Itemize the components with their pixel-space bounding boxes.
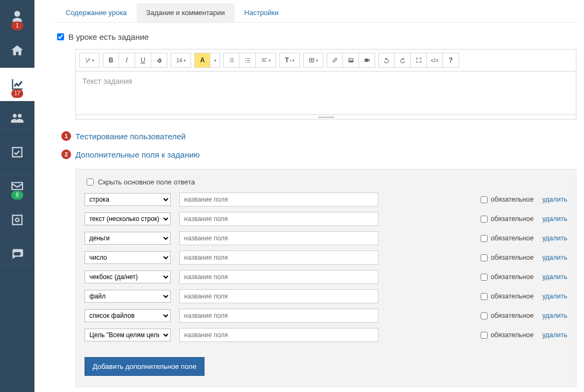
toolbar-code[interactable]: </> [427,53,443,68]
redo-icon [399,57,406,63]
has-task-checkbox[interactable] [57,33,64,40]
toolbar-italic[interactable]: I [119,53,135,68]
field-name-input[interactable] [179,193,378,206]
field-delete-link[interactable]: удалить [542,254,567,261]
toolbar-underline[interactable]: U [135,53,151,68]
field-name-input[interactable] [179,309,378,323]
toolbar-table[interactable]: ▾ [303,53,323,68]
sidebar-item-settings[interactable] [0,203,34,237]
field-row: строка обязательноеудалить [85,193,567,206]
hide-main-row[interactable]: Скрыть основное поле ответа [87,178,567,186]
field-row: деньги обязательноеудалить [85,231,567,245]
field-type-select[interactable]: файл [85,290,171,303]
field-required[interactable]: обязательное [481,254,534,261]
toolbar-highlight-dd[interactable]: ▾ [210,53,220,68]
has-task-row[interactable]: В уроке есть задание [57,32,576,41]
table-icon [308,57,315,63]
toolbar-fontsize[interactable]: 14▾ [171,53,191,68]
video-icon [364,57,370,63]
sidebar-item-chat[interactable] [0,237,34,271]
field-type-select[interactable]: строка [85,193,171,206]
field-row: список файлов обязательноеудалить [85,309,567,323]
sidebar-item-check[interactable] [0,136,34,169]
sidebar-item-home[interactable] [0,34,34,68]
field-delete-link[interactable]: удалить [542,293,567,300]
toolbar-magic[interactable]: ▾ [79,53,100,68]
field-delete-link[interactable]: удалить [542,331,567,339]
editor-toolbar: ▾ B I U 14▾ A ▾ ▾ [75,49,576,71]
hide-main-checkbox[interactable] [87,179,94,186]
field-row: Цель "Всем целям цель" обязательноеудали… [85,328,567,342]
step-link-testing[interactable]: Тестирование пользователей [75,132,186,141]
field-name-input[interactable] [179,289,378,303]
field-row: файл обязательноеудалить [85,289,567,303]
extra-fields-panel: Скрыть основное поле ответа строка обяза… [75,169,576,387]
field-required-checkbox[interactable] [481,196,488,203]
toolbar-ul[interactable] [223,53,240,68]
field-type-select[interactable]: текст (несколько строк) [85,212,171,225]
field-required-checkbox[interactable] [481,274,488,281]
field-name-input[interactable] [179,231,378,245]
field-required-checkbox[interactable] [481,254,488,261]
field-row: чекбокс (да/нет) обязательноеудалить [85,270,567,284]
sidebar-item-users[interactable] [0,102,34,136]
step-link-extra-fields[interactable]: Дополнительные поля к заданию [75,150,200,159]
toolbar-undo[interactable] [378,53,395,68]
field-delete-link[interactable]: удалить [542,234,567,242]
field-required-checkbox[interactable] [481,216,488,223]
toolbar-textstyle[interactable]: TI▾ [279,53,300,68]
add-field-button[interactable]: Добавить дополнительное поле [85,357,205,376]
field-name-input[interactable] [179,270,378,284]
tab-content[interactable]: Содержание урока [56,3,137,22]
align-icon [261,57,268,63]
has-task-label: В уроке есть задание [68,32,149,41]
field-name-input[interactable] [179,251,378,265]
toolbar-highlight[interactable]: A [194,53,210,68]
toolbar-redo[interactable] [395,53,411,68]
toolbar-expand[interactable] [411,53,427,68]
toolbar-link[interactable] [327,53,343,68]
task-text-editor[interactable]: Текст задания [75,71,576,115]
sidebar-item-user[interactable]: 1 [0,0,34,34]
sidebar-item-chart[interactable]: 17 [0,68,34,102]
toolbar-video[interactable] [359,53,375,68]
field-delete-link[interactable]: удалить [542,312,567,319]
field-required-checkbox[interactable] [481,332,488,339]
field-required[interactable]: обязательное [481,215,534,223]
field-name-input[interactable] [179,212,378,226]
field-required[interactable]: обязательное [481,234,534,242]
toolbar-help[interactable]: ? [443,53,459,68]
users-icon [10,111,25,126]
field-required-checkbox[interactable] [481,235,488,242]
field-required-checkbox[interactable] [481,293,488,300]
field-row: текст (несколько строк) обязательноеудал… [85,212,567,226]
field-type-select[interactable]: список файлов [85,309,171,322]
field-required[interactable]: обязательное [481,293,534,300]
field-type-select[interactable]: Цель "Всем целям цель" [85,329,171,341]
list-ul-icon [228,57,235,63]
field-type-select[interactable]: деньги [85,232,171,245]
field-required[interactable]: обязательное [481,196,534,203]
field-required[interactable]: обязательное [481,331,534,339]
field-required-checkbox[interactable] [481,312,488,319]
field-delete-link[interactable]: удалить [542,215,567,223]
tab-task-comments[interactable]: Задание и комментарии [137,3,235,22]
tab-settings[interactable]: Настройки [235,3,289,22]
field-delete-link[interactable]: удалить [542,273,567,281]
toolbar-align[interactable]: ▾ [256,53,276,68]
toolbar-bold[interactable]: B [103,53,119,68]
field-required[interactable]: обязательное [481,312,534,319]
check-icon [10,145,24,159]
expand-icon [416,57,422,63]
toolbar-image[interactable] [343,53,359,68]
field-type-select[interactable]: чекбокс (да/нет) [85,270,171,283]
editor-resize-handle[interactable] [75,115,576,119]
gear-box-icon [10,213,24,227]
field-required[interactable]: обязательное [481,273,534,281]
field-delete-link[interactable]: удалить [542,196,567,203]
field-type-select[interactable]: число [85,251,171,264]
toolbar-ol[interactable] [240,53,256,68]
field-name-input[interactable] [179,328,378,342]
toolbar-eraser[interactable] [151,53,167,68]
sidebar-item-mail[interactable]: 8 [0,169,34,203]
